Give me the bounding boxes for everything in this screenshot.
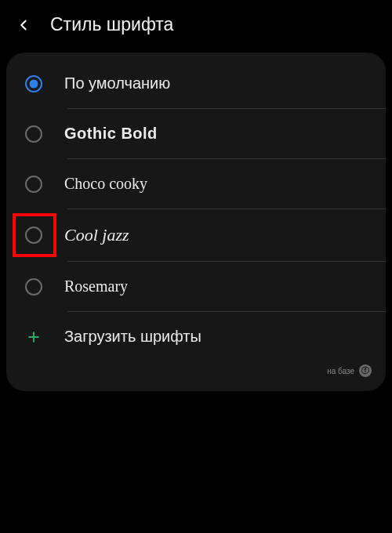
font-label: Rosemary [64,277,128,296]
font-option-rosemary[interactable]: Rosemary [6,262,386,311]
font-label: Cool jazz [64,225,129,245]
page-title: Стиль шрифта [50,14,173,35]
powered-by-footer: на базе ⓕ [6,361,386,383]
radio-selected-icon [25,75,42,92]
radio-unselected-icon [25,176,42,193]
radio-unselected-icon [25,125,42,143]
font-option-gothic-bold[interactable]: Gothic Bold [6,109,386,158]
download-fonts-button[interactable]: Загрузить шрифты [6,312,386,361]
download-label: Загрузить шрифты [64,328,201,346]
powered-by-text: на базе [327,367,354,375]
radio-unselected-icon [25,278,42,296]
font-option-default[interactable]: По умолчанию [6,59,386,108]
font-label: По умолчанию [64,74,170,92]
plus-icon [25,328,42,346]
font-style-panel: По умолчанию Gothic Bold Choco cooky Coo… [6,53,386,391]
back-icon[interactable] [16,16,33,34]
header: Стиль шрифта [0,0,392,53]
font-label: Choco cooky [64,175,147,193]
font-option-cool-jazz[interactable]: Cool jazz [6,209,386,261]
font-option-choco-cooky[interactable]: Choco cooky [6,159,386,208]
font-label: Gothic Bold [64,125,158,143]
radio-unselected-icon [25,227,42,244]
provider-icon: ⓕ [359,364,372,377]
